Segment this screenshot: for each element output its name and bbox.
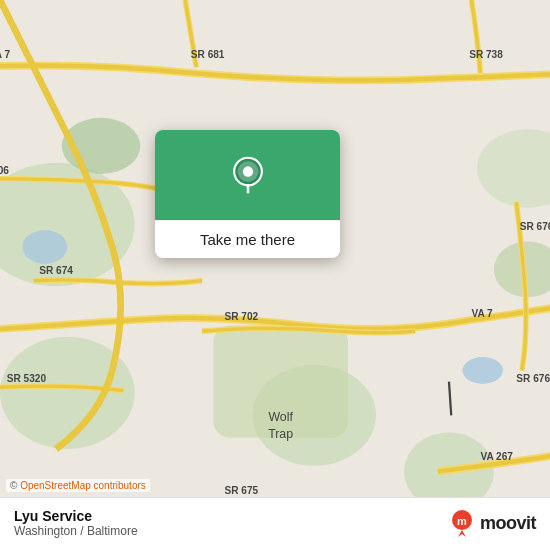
service-name: Lyu Service <box>14 508 138 524</box>
popup-green-area <box>155 130 340 220</box>
svg-point-9 <box>22 230 67 264</box>
take-me-there-button[interactable]: Take me there <box>155 220 340 258</box>
svg-text:VA 7: VA 7 <box>471 308 493 319</box>
location-pin-icon <box>229 156 267 194</box>
popup-card[interactable]: Take me there <box>155 130 340 258</box>
svg-text:SR 674: SR 674 <box>39 265 73 276</box>
moovit-text: moovit <box>480 513 536 534</box>
bottom-bar: Lyu Service Washington / Baltimore m moo… <box>0 497 550 550</box>
svg-text:Trap: Trap <box>268 427 293 441</box>
attribution-prefix: © <box>10 480 20 491</box>
svg-text:SR 738: SR 738 <box>469 49 503 60</box>
svg-text:SR 5320: SR 5320 <box>7 373 47 384</box>
service-region: Washington / Baltimore <box>14 524 138 538</box>
moovit-icon: m <box>448 509 476 537</box>
moovit-logo[interactable]: m moovit <box>448 509 536 537</box>
svg-text:SR 675: SR 675 <box>224 485 258 496</box>
svg-text:SR 681: SR 681 <box>191 49 225 60</box>
map-container: VA 7 SR 681 SR 738 SR 606 SR 676 SR 674 … <box>0 0 550 550</box>
svg-text:Wolf: Wolf <box>268 410 293 424</box>
map-background: VA 7 SR 681 SR 738 SR 606 SR 676 SR 674 … <box>0 0 550 550</box>
attribution-link[interactable]: OpenStreetMap contributors <box>20 480 146 491</box>
map-attribution: © OpenStreetMap contributors <box>6 479 150 492</box>
svg-text:VA 7: VA 7 <box>0 49 10 60</box>
svg-text:SR 702: SR 702 <box>224 311 258 322</box>
svg-text:SR 676: SR 676 <box>520 221 550 232</box>
svg-text:SR 606: SR 606 <box>0 165 9 176</box>
svg-point-10 <box>462 357 502 384</box>
svg-text:VA 267: VA 267 <box>480 451 513 462</box>
svg-text:m: m <box>457 515 467 527</box>
svg-text:SR 676: SR 676 <box>516 373 550 384</box>
service-info: Lyu Service Washington / Baltimore <box>14 508 138 538</box>
svg-point-30 <box>242 166 252 176</box>
